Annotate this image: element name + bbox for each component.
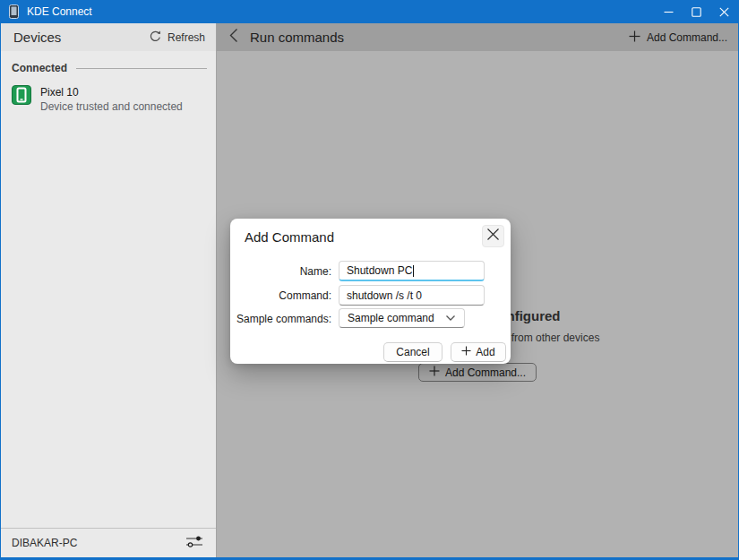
text-cursor (413, 265, 414, 277)
sample-commands-dropdown[interactable]: Sample command (339, 308, 465, 328)
name-input[interactable]: Shutdown PC (339, 261, 485, 281)
kde-connect-window: KDE Connect Devices Refresh (0, 0, 739, 560)
dialog-title: Add Command (245, 229, 334, 245)
close-icon[interactable] (710, 0, 738, 23)
sidebar-header: Devices Refresh (1, 23, 216, 51)
device-phone-icon (12, 85, 31, 108)
add-button-label: Add (476, 346, 494, 358)
refresh-icon (149, 30, 162, 46)
device-name: Pixel 10 (40, 86, 183, 99)
name-field-label: Name: (230, 265, 331, 278)
cancel-button[interactable]: Cancel (383, 342, 443, 362)
add-command-dialog: Add Command Name: Shutdown PC Command: s… (230, 219, 511, 364)
refresh-button[interactable]: Refresh (143, 27, 211, 48)
plus-icon (461, 346, 471, 358)
section-rule (76, 68, 207, 69)
app-phone-icon (9, 4, 20, 19)
computer-name: DIBAKAR-PC (12, 537, 185, 549)
maximize-icon[interactable] (683, 0, 710, 23)
connected-label: Connected (12, 62, 67, 74)
close-x-icon (486, 228, 500, 245)
command-field-label: Command: (230, 289, 331, 302)
settings-button[interactable] (185, 533, 205, 554)
device-row-pixel-10[interactable]: Pixel 10 Device trusted and connected (12, 85, 209, 113)
sample-commands-label: Sample commands: (230, 313, 331, 325)
name-input-value: Shutdown PC (347, 264, 412, 277)
connected-section-header: Connected (12, 62, 209, 74)
devices-sidebar: Devices Refresh Connected (1, 23, 217, 557)
chevron-down-icon (445, 312, 456, 324)
dialog-close-button[interactable] (482, 225, 504, 247)
device-list: Connected Pixel 10 Device trusted and co… (1, 51, 216, 528)
window-title: KDE Connect (27, 5, 92, 18)
add-button[interactable]: Add (451, 342, 506, 362)
minimize-icon[interactable] (655, 0, 683, 23)
command-input[interactable]: shutdown /s /t 0 (339, 285, 485, 306)
sidebar-title: Devices (13, 30, 143, 45)
sliders-settings-icon (186, 535, 203, 552)
sidebar-footer: DIBAKAR-PC (1, 528, 216, 557)
command-input-value: shutdown /s /t 0 (347, 289, 422, 302)
device-status: Device trusted and connected (40, 100, 183, 113)
refresh-label: Refresh (168, 31, 205, 44)
sample-commands-selected-value: Sample command (348, 312, 434, 324)
device-texts: Pixel 10 Device trusted and connected (40, 85, 183, 113)
cancel-button-label: Cancel (396, 346, 429, 358)
titlebar: KDE Connect (1, 0, 738, 23)
caption-buttons (655, 0, 738, 23)
